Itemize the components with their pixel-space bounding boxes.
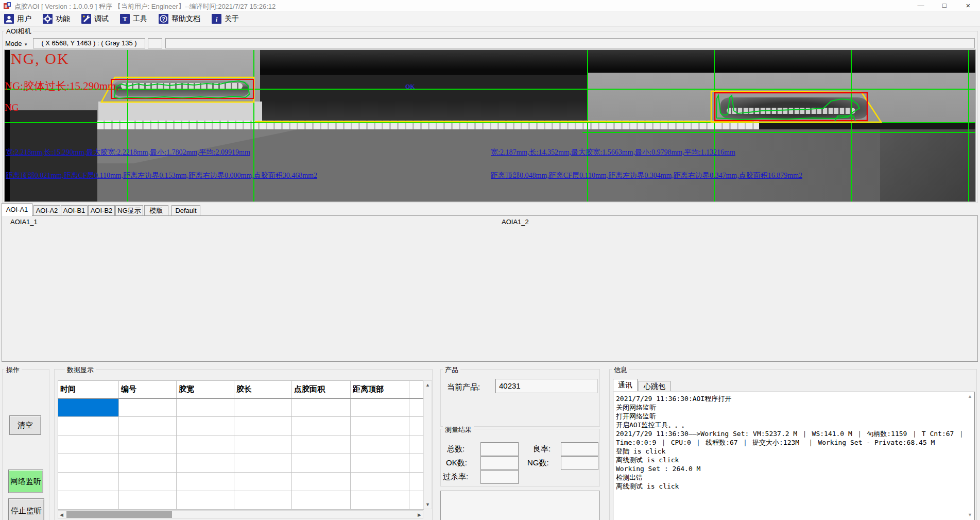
table-row[interactable] — [58, 417, 424, 435]
tab-aoi-b1[interactable]: AOI-B1 — [61, 205, 88, 216]
log-line: 开启AOI监控工具。。。 — [616, 421, 965, 429]
menu-debug-label: 调试 — [94, 14, 109, 24]
camera-image-view[interactable]: NG, OK NG:胶体过长:15.290mm, NG OK 宽:2.218mm… — [4, 49, 976, 202]
ng-count-label: NG数: — [527, 458, 549, 468]
tab-aoi-a1[interactable]: AOI-A1 — [2, 203, 32, 216]
scroll-right-icon[interactable]: ▶ — [418, 512, 421, 517]
log-line: 离线测试 is click — [616, 482, 965, 491]
menu-function[interactable]: 功能 — [43, 14, 70, 24]
product-group-box — [440, 369, 600, 427]
menu-about[interactable]: i 关于 — [212, 14, 239, 24]
scroll-down-icon[interactable]: ▼ — [424, 502, 432, 507]
col-distance-top[interactable]: 距离顶部 — [351, 381, 409, 398]
tab-default[interactable]: Default — [171, 205, 200, 216]
overkill-label: 过杀率: — [443, 472, 468, 482]
menu-tools-label: 工具 — [133, 14, 147, 24]
results-empty-panel — [440, 491, 600, 520]
app-icon — [3, 2, 11, 10]
ng-count-field[interactable] — [561, 456, 598, 470]
info-group-label: 信息 — [612, 365, 629, 375]
overlay-right-measure-2: 距离顶部0.048mm,距离CF层0.110mm,距离左边界0.304mm,距离… — [491, 171, 802, 180]
panel-left-label: AOIA1_1 — [8, 218, 40, 226]
total-label: 总数: — [447, 444, 465, 454]
overlay-ok-label: OK — [405, 83, 415, 91]
yield-label: 良率: — [533, 444, 551, 454]
overlay-left-measure-1: 宽:2.218mm,长:15.290mm,最大胶宽:2.2218mm,最小:1.… — [6, 148, 250, 157]
menu-function-label: 功能 — [56, 14, 70, 24]
tab-content-panel — [2, 215, 978, 362]
ok-count-label: OK数: — [446, 458, 467, 468]
product-group-label: 产品 — [443, 365, 460, 375]
menu-user-label: 用户 — [17, 14, 31, 24]
col-glue-area[interactable]: 点胶面积 — [292, 381, 351, 398]
data-display-group-label: 数据显示 — [65, 365, 96, 375]
log-line: 2021/7/29 11:36:30——>Working Set: VM:523… — [616, 429, 965, 438]
table-row[interactable] — [58, 398, 424, 417]
current-product-field[interactable]: 40231 — [495, 379, 597, 393]
menu-help-label: 帮助文档 — [171, 14, 200, 24]
tab-comm[interactable]: 通讯 — [613, 379, 638, 391]
scroll-up-icon[interactable]: ▲ — [968, 394, 972, 399]
scrollbar-thumb[interactable] — [66, 511, 172, 518]
comm-log[interactable]: 2021/7/29 11:36:30:AOI程序打开 关闭网络监听 打开网络监听… — [613, 392, 975, 520]
tab-aoi-a2[interactable]: AOI-A2 — [33, 205, 60, 216]
overlay-ng-reason: NG:胶体过长:15.290mm, — [5, 79, 119, 93]
menu-tools[interactable]: T 工具 — [120, 14, 147, 24]
window-title: 点胶AOI [ Version : 1.0.0.9 ] 程序 【当前用户: En… — [14, 2, 276, 11]
yield-field[interactable] — [561, 442, 598, 456]
network-listen-button[interactable]: 网络监听 — [8, 469, 43, 493]
selected-cell[interactable] — [58, 398, 119, 417]
table-horizontal-scrollbar[interactable]: ◀ ▶ — [58, 510, 423, 519]
tab-template[interactable]: 模版 — [144, 205, 168, 216]
ok-count-field[interactable] — [480, 456, 519, 470]
col-time[interactable]: 时间 — [58, 381, 119, 398]
log-line: 2021/7/29 11:36:30:AOI程序打开 — [616, 394, 965, 403]
total-field[interactable] — [480, 442, 519, 456]
overlay-ng-label: NG — [5, 102, 19, 113]
menu-user[interactable]: 用户 — [4, 14, 31, 24]
close-button[interactable]: × — [956, 0, 980, 11]
log-line: 登陆 is click — [616, 447, 965, 456]
maximize-button[interactable]: □ — [933, 0, 956, 11]
tab-heartbeat[interactable]: 心跳包 — [639, 381, 670, 391]
overlay-result-text: NG, OK — [11, 50, 70, 68]
menu-help[interactable]: ? 帮助文档 — [159, 14, 200, 24]
stop-listen-button[interactable]: 停止监听 — [8, 498, 44, 520]
col-number[interactable]: 编号 — [119, 381, 177, 398]
svg-text:T: T — [123, 15, 127, 23]
tab-aoi-b2[interactable]: AOI-B2 — [88, 205, 115, 216]
svg-text:?: ? — [162, 16, 165, 22]
menu-about-label: 关于 — [225, 14, 239, 24]
panel-right-label: AOIA1_2 — [500, 218, 531, 226]
table-row[interactable] — [58, 435, 424, 454]
overlay-right-measure-1: 宽:2.187mm,长:14.352mm,最大胶宽:1.5663mm,最小:0.… — [491, 148, 735, 157]
menu-debug[interactable]: 调试 — [81, 14, 109, 24]
table-vertical-scrollbar[interactable]: ▲ ▼ — [423, 380, 432, 509]
clear-button[interactable]: 清空 — [9, 415, 41, 435]
log-line: Working Set : 264.0 M — [616, 464, 965, 473]
scroll-up-icon[interactable]: ▲ — [424, 382, 432, 388]
app-window: 点胶AOI [ Version : 1.0.0.9 ] 程序 【当前用户: En… — [0, 0, 980, 520]
title-bar: 点胶AOI [ Version : 1.0.0.9 ] 程序 【当前用户: En… — [0, 0, 980, 11]
tab-ng-display[interactable]: NG显示 — [115, 205, 143, 216]
table-row[interactable] — [58, 491, 424, 510]
results-group-label: 测量结果 — [443, 425, 474, 434]
wrench-icon — [81, 14, 91, 24]
scroll-left-icon[interactable]: ◀ — [60, 512, 63, 517]
log-line: Time:0:0:9 ｜ CPU:0 ｜ 线程数:67 ｜ 提交大小:123M … — [616, 438, 965, 447]
col-glue-length[interactable]: 胶长 — [234, 381, 292, 398]
table-row[interactable] — [58, 454, 424, 473]
table-row[interactable] — [58, 473, 424, 491]
col-glue-width[interactable]: 胶宽 — [177, 381, 234, 398]
camera-toolbar-box-small — [148, 38, 162, 48]
camera-mode-dropdown[interactable]: Mode ▼ — [5, 40, 28, 47]
scroll-down-icon[interactable]: ▼ — [968, 512, 972, 517]
main-toolbar: 用户 功能 调试 — [0, 11, 980, 27]
operation-group-box — [2, 369, 49, 520]
minimize-button[interactable]: — — [909, 0, 933, 11]
log-scrollbar[interactable]: ▲ ▼ — [967, 393, 974, 520]
log-line: 关闭网络监听 — [616, 403, 965, 412]
measurement-table[interactable]: 时间 编号 胶宽 胶长 点胶面积 距离顶部 — [58, 380, 424, 510]
overlay-left-measure-2: 距离顶部0.021mm,距离CF层0.110mm,距离左边界0.153mm,距离… — [6, 171, 317, 180]
overkill-field[interactable] — [480, 470, 519, 484]
